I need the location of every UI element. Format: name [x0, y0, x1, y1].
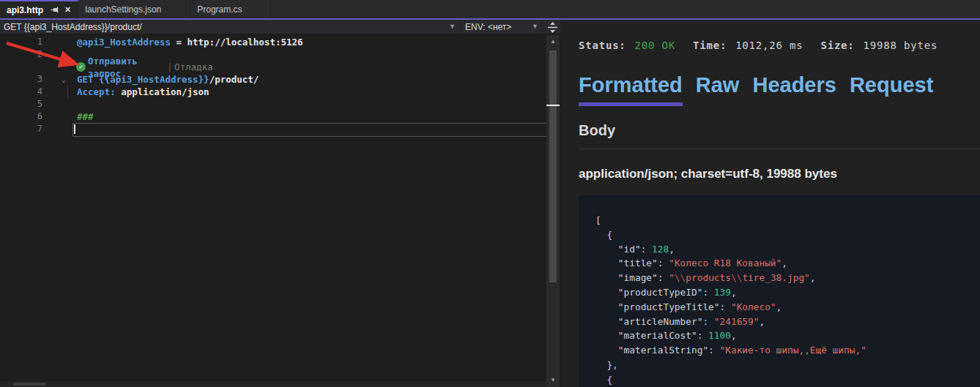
json-token: products — [686, 272, 731, 283]
scrollbar-thumb[interactable] — [13, 383, 45, 386]
request-url-bar: GET {{api3_HostAddress}}/product/ ▼ ENV:… — [0, 20, 560, 34]
request-combobox[interactable]: GET {{api3_HostAddress}}/product/ — [4, 20, 142, 34]
scroll-down-icon[interactable]: ▼ — [546, 375, 560, 386]
tab-launchsettings-json[interactable]: launchSettings.json — [78, 0, 190, 18]
line-number: 3 — [22, 73, 42, 86]
codelens-spacer-row — [0, 61, 546, 73]
json-token: : — [641, 244, 652, 255]
json-line: "materialCost": 1100, — [595, 328, 980, 343]
chevron-down-icon[interactable]: ▼ — [532, 20, 538, 34]
json-token: "Колесо R18 Кованый" — [669, 258, 782, 268]
line-number: 1 — [22, 36, 42, 48]
json-line: "productTypeTitle": "Колесо", — [595, 300, 980, 315]
json-token: }, — [595, 359, 618, 370]
line-number: 7 — [22, 123, 42, 135]
close-icon[interactable]: ✕ — [64, 6, 71, 14]
editor-line-2[interactable]: 2 — [0, 48, 546, 61]
tab-formatted[interactable]: Formatted — [579, 72, 683, 106]
tab-raw[interactable]: Raw — [696, 72, 740, 106]
code-text: GET {{api3_HostAddress}}/product/ — [77, 73, 259, 86]
tab-request[interactable]: Request — [850, 72, 933, 106]
json-token: "productTypeID" — [595, 287, 702, 298]
editor-line-7[interactable]: 7 — [0, 123, 546, 135]
editor-horizontal-scrollbar[interactable] — [0, 381, 546, 387]
code-token: /product/ — [209, 74, 259, 85]
json-token: : — [720, 301, 731, 312]
split-editor-icon[interactable] — [546, 20, 559, 34]
line-number: 2 — [22, 48, 42, 61]
json-token: , — [731, 330, 737, 341]
code-token: Accept: — [77, 86, 116, 97]
code-token: @api3_HostAddress — [77, 37, 171, 48]
line-number: 5 — [22, 98, 42, 110]
json-token: [ — [595, 214, 601, 225]
ide-window: api3.http ✕ launchSettings.json Program.… — [0, 0, 980, 387]
json-line: "title": "Колесо R18 Кованый", — [595, 256, 980, 271]
code-text: Accept: application/json — [77, 86, 209, 98]
scroll-up-icon[interactable]: ▲ — [546, 37, 560, 47]
code-token: application/json — [116, 86, 209, 97]
editor-line-4[interactable]: 4Accept: application/json — [0, 86, 546, 98]
response-status-line: Status: 200 OK Time: 1012,26 ms Size: 19… — [579, 40, 938, 54]
json-token: , — [782, 258, 787, 268]
tab-label: Program.cs — [197, 4, 242, 15]
json-token: { — [595, 374, 612, 385]
json-token: , — [810, 272, 816, 283]
json-token: : — [708, 345, 719, 356]
json-token: , — [731, 287, 737, 298]
editor-pane: GET {{api3_HostAddress}}/product/ ▼ ENV:… — [0, 20, 560, 387]
json-token: "241659" — [714, 316, 760, 327]
json-body: [ { "id": 128, "title": "Колесо R18 Кова… — [579, 195, 980, 387]
tab-label: launchSettings.json — [85, 4, 161, 15]
editor-line-1[interactable]: 1@api3_HostAddress = http://localhost:51… — [0, 36, 546, 48]
text-caret — [74, 124, 75, 134]
json-line: "id": 128, — [595, 242, 980, 257]
json-token: , — [776, 301, 782, 312]
editor-line-6[interactable]: 6### — [0, 110, 546, 123]
line-number: 4 — [22, 86, 42, 98]
editor-line-3[interactable]: 3⌄GET {{api3_HostAddress}}/product/ — [0, 73, 546, 86]
code-editor[interactable]: ✓ Отправить запрос | Отладка 1@api3_Host… — [0, 35, 546, 381]
json-token: , — [759, 316, 765, 327]
tab-label: api3.http — [7, 5, 43, 15]
json-line: "image": "\\products\\tire_38.jpg", — [595, 271, 980, 285]
code-text: @api3_HostAddress = http://localhost:512… — [77, 36, 303, 48]
json-token: : — [702, 287, 713, 298]
tab-program-cs[interactable]: Program.cs — [190, 0, 271, 18]
tab-api3-http[interactable]: api3.http ✕ — [0, 0, 78, 18]
time-label: Time: — [693, 40, 727, 51]
json-token: : — [697, 330, 708, 341]
fold-chevron-icon[interactable]: ⌄ — [62, 73, 66, 86]
editor-line-5[interactable]: 5 — [0, 98, 546, 110]
json-token: "title" — [595, 258, 658, 268]
json-token: "image" — [595, 272, 658, 283]
json-token: : — [658, 272, 669, 283]
json-token: "materialString" — [595, 345, 708, 356]
size-label: Size: — [820, 40, 854, 51]
json-line: { — [595, 372, 980, 387]
response-pane: Status: 200 OK Time: 1012,26 ms Size: 19… — [560, 20, 980, 387]
json-token: 128 — [652, 244, 669, 255]
json-line: "articleNumber": "241659", — [595, 315, 980, 329]
code-token: ### — [77, 111, 94, 122]
response-body-viewer[interactable]: [ { "id": 128, "title": "Колесо R18 Кова… — [579, 195, 980, 387]
json-token: "Колесо" — [731, 301, 776, 312]
json-token: "productTypeTitle" — [595, 301, 720, 312]
json-token: , — [669, 244, 675, 255]
env-label: ENV: <нет> — [465, 20, 511, 34]
json-token: "articleNumber" — [595, 316, 702, 327]
size-value: 19988 bytes — [864, 40, 938, 51]
json-token: " — [669, 272, 675, 283]
json-token: \\ — [675, 272, 686, 283]
json-token: : — [702, 316, 713, 327]
scrollbar-thumb[interactable] — [549, 50, 557, 282]
status-value: 200 OK — [635, 40, 675, 51]
tab-headers[interactable]: Headers — [752, 72, 836, 106]
env-combobox[interactable]: ENV: <нет> ▼ — [460, 20, 542, 34]
body-section-title: Body — [579, 122, 615, 139]
editor-vertical-scrollbar[interactable]: ▲ ▼ — [546, 35, 560, 387]
code-text: ### — [77, 110, 94, 123]
json-token: tire_38.jpg" — [742, 272, 809, 283]
pin-icon[interactable] — [51, 6, 59, 14]
chevron-down-icon[interactable]: ▼ — [449, 20, 456, 34]
